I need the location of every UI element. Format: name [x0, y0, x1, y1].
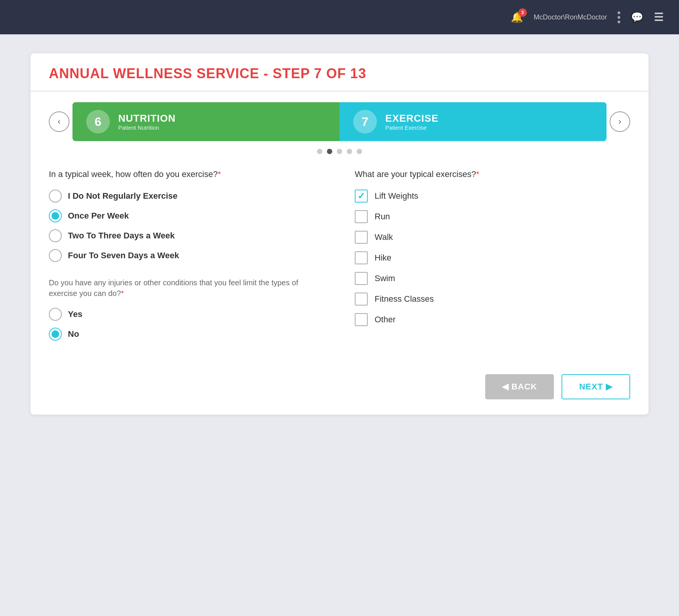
radio-two-three-days-label: Two To Three Days a Week — [68, 231, 175, 241]
exercises-question: What are your typical exercises?* — [355, 169, 630, 180]
checkbox-lift-weights[interactable]: ✓ Lift Weights — [355, 190, 630, 203]
form-footer: ◀ BACK NEXT ▶ — [31, 374, 648, 415]
checkbox-hike-label: Hike — [375, 253, 391, 263]
left-column: In a typical week, how often do you exer… — [49, 169, 324, 356]
injuries-question: Do you have any injuries or other condit… — [49, 277, 324, 299]
checkmark-lift-weights: ✓ — [357, 191, 365, 201]
checkbox-fitness-classes[interactable]: Fitness Classes — [355, 293, 630, 306]
radio-no-exercise-button[interactable] — [49, 190, 62, 203]
tab-6-number: 6 — [86, 110, 110, 133]
notification-count: 3 — [518, 8, 527, 17]
frequency-radio-group: I Do Not Regularly Exercise Once Per Wee… — [49, 190, 324, 262]
checkbox-run-box[interactable] — [355, 210, 368, 223]
checkbox-walk-label: Walk — [375, 232, 393, 242]
injuries-radio-group: Yes No — [49, 308, 324, 341]
checkbox-walk[interactable]: Walk — [355, 231, 630, 244]
next-button[interactable]: NEXT ▶ — [562, 374, 630, 399]
checkbox-swim[interactable]: Swim — [355, 272, 630, 285]
radio-no[interactable]: No — [49, 328, 324, 341]
checkbox-other-box[interactable] — [355, 313, 368, 326]
radio-four-seven-days-label: Four To Seven Days a Week — [68, 251, 179, 261]
back-button[interactable]: ◀ BACK — [485, 374, 554, 399]
radio-four-seven-days-button[interactable] — [49, 249, 62, 262]
tab-nutrition[interactable]: 6 NUTRITION Patient Nutrition — [72, 102, 340, 141]
checkbox-run-label: Run — [375, 212, 390, 222]
more-options-icon[interactable] — [618, 11, 620, 23]
radio-once-per-week[interactable]: Once Per Week — [49, 209, 324, 222]
tab-6-subtitle: Patient Nutrition — [118, 124, 176, 131]
required-star-2: * — [121, 289, 124, 298]
dots-indicator — [49, 141, 630, 158]
form-content: In a typical week, how often do you exer… — [31, 158, 648, 374]
tab-7-number: 7 — [353, 110, 377, 133]
radio-two-three-days-button[interactable] — [49, 229, 62, 242]
radio-four-seven-days[interactable]: Four To Seven Days a Week — [49, 249, 324, 262]
checkbox-other[interactable]: Other — [355, 313, 630, 326]
notification-bell[interactable]: 🔔 3 — [511, 11, 523, 23]
radio-yes[interactable]: Yes — [49, 308, 324, 321]
required-star-3: * — [476, 169, 479, 179]
radio-yes-label: Yes — [68, 309, 82, 319]
prev-arrow-button[interactable]: ‹ — [49, 111, 69, 132]
checkbox-walk-box[interactable] — [355, 231, 368, 244]
radio-no-exercise[interactable]: I Do Not Regularly Exercise — [49, 190, 324, 203]
checkbox-swim-box[interactable] — [355, 272, 368, 285]
dot-3 — [337, 149, 342, 154]
page-title: ANNUAL WELLNESS SERVICE - STEP 7 OF 13 — [49, 66, 630, 82]
radio-no-label: No — [68, 329, 79, 339]
menu-icon[interactable]: ☰ — [654, 11, 664, 24]
checkbox-lift-weights-box[interactable]: ✓ — [355, 190, 368, 203]
radio-once-per-week-button[interactable] — [49, 209, 62, 222]
next-arrow-button[interactable]: › — [610, 111, 630, 132]
radio-yes-button[interactable] — [49, 308, 62, 321]
radio-once-per-week-label: Once Per Week — [68, 211, 129, 221]
dot-1 — [317, 149, 322, 154]
checkbox-swim-label: Swim — [375, 273, 395, 283]
card-header: ANNUAL WELLNESS SERVICE - STEP 7 OF 13 — [31, 53, 648, 92]
checkbox-fitness-classes-label: Fitness Classes — [375, 294, 434, 304]
checkbox-hike-box[interactable] — [355, 251, 368, 264]
username-label: McDoctor\RonMcDoctor — [534, 13, 607, 21]
tab-6-title: NUTRITION — [118, 113, 176, 124]
step-tabs-row: ‹ 6 NUTRITION Patient Nutrition — [49, 92, 630, 141]
radio-no-button[interactable] — [49, 328, 62, 341]
tab-7-text: EXERCISE Patient Exercise — [385, 113, 439, 131]
checkbox-hike[interactable]: Hike — [355, 251, 630, 264]
checkbox-fitness-classes-box[interactable] — [355, 293, 368, 306]
radio-two-three-days[interactable]: Two To Three Days a Week — [49, 229, 324, 242]
wizard-card: ANNUAL WELLNESS SERVICE - STEP 7 OF 13 ‹… — [31, 53, 648, 415]
checkbox-run[interactable]: Run — [355, 210, 630, 223]
radio-no-exercise-label: I Do Not Regularly Exercise — [68, 191, 177, 201]
checkbox-lift-weights-label: Lift Weights — [375, 191, 418, 201]
dot-5 — [357, 149, 362, 154]
chat-icon[interactable]: 💬 — [631, 11, 643, 23]
radio-no-fill — [51, 330, 59, 338]
checkbox-other-label: Other — [375, 315, 396, 325]
header: 🔔 3 McDoctor\RonMcDoctor 💬 ☰ — [0, 0, 679, 34]
tabs-container: 6 NUTRITION Patient Nutrition 7 E — [72, 102, 607, 141]
tab-7-title: EXERCISE — [385, 113, 439, 124]
main-content: ANNUAL WELLNESS SERVICE - STEP 7 OF 13 ‹… — [0, 34, 679, 434]
right-column: What are your typical exercises?* ✓ Lift… — [355, 169, 630, 356]
tab-6-text: NUTRITION Patient Nutrition — [118, 113, 176, 131]
exercises-checkbox-group: ✓ Lift Weights Run Walk — [355, 190, 630, 326]
tab-7-subtitle: Patient Exercise — [385, 124, 439, 131]
radio-once-per-week-fill — [51, 212, 59, 220]
dot-4 — [347, 149, 352, 154]
frequency-question: In a typical week, how often do you exer… — [49, 169, 324, 180]
tab-exercise[interactable]: 7 EXERCISE Patient Exercise — [340, 102, 607, 141]
dot-2 — [327, 149, 332, 154]
required-star-1: * — [218, 169, 221, 179]
